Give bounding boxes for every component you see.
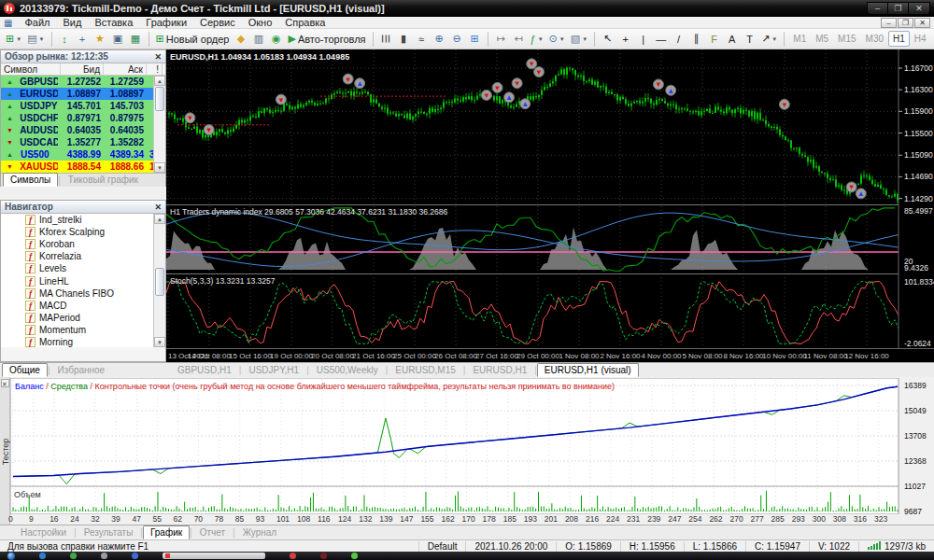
- timeframe-H4[interactable]: H4: [910, 31, 931, 47]
- navigator-item[interactable]: ƒMACD: [1, 300, 165, 312]
- channel-icon[interactable]: ∥: [687, 30, 705, 48]
- windows-taskbar[interactable]: [0, 552, 934, 560]
- crosshair-icon[interactable]: +: [616, 30, 634, 48]
- navigator-item[interactable]: ƒKoroban: [1, 238, 165, 250]
- chart-canvas[interactable]: ▼▼▼▼▲▼▼▲▼▲▼▼▼▲▼▼▲1.167001.163001.159001.…: [166, 49, 934, 362]
- metaeditor-icon[interactable]: ▥: [249, 30, 267, 48]
- chart-tab-1[interactable]: GBPUSD,H1: [170, 363, 239, 377]
- text-label-icon[interactable]: T: [741, 30, 758, 48]
- child-window-icon[interactable]: ▦: [4, 18, 12, 28]
- menu-Графики[interactable]: Графики: [139, 17, 193, 28]
- vertical-line-icon[interactable]: |: [634, 30, 652, 48]
- taskbar-app-green[interactable]: [70, 553, 77, 559]
- market-watch-row-USDCAD[interactable]: ▼USDCAD1.352771.352825: [1, 136, 165, 148]
- navigator-item[interactable]: ƒMorning: [1, 336, 165, 347]
- tester-tab-3[interactable]: График: [143, 525, 190, 539]
- navigator-item[interactable]: ƒMomentum: [1, 324, 165, 336]
- mw-tab-1[interactable]: Символы: [3, 173, 58, 187]
- bar-chart-icon[interactable]: ☰: [377, 30, 395, 48]
- navigator-tab-2[interactable]: Избранное: [50, 363, 113, 377]
- indicators-icon[interactable]: ƒ▼: [528, 30, 546, 48]
- taskbar-active-window[interactable]: [163, 553, 265, 559]
- mw-column-![interactable]: !: [147, 63, 163, 75]
- minimize-button[interactable]: –: [868, 3, 888, 14]
- menu-Сервис[interactable]: Сервис: [193, 17, 242, 28]
- navigator-item[interactable]: ƒInd_strelki: [1, 214, 165, 226]
- auto-trading-button[interactable]: ▶Авто-торговля: [285, 30, 368, 48]
- chart-tab-5[interactable]: EURUSD,H1: [465, 363, 534, 377]
- new-order-button[interactable]: ⊞Новый ордер: [153, 30, 233, 48]
- taskbar-app-blue[interactable]: [132, 553, 138, 559]
- market-watch-close-icon[interactable]: ✕: [154, 52, 162, 62]
- profiles-icon[interactable]: ▤▼: [24, 30, 47, 48]
- chart-shift-icon[interactable]: ↤: [510, 30, 528, 48]
- navigator-scrollbar[interactable]: ▲ ▼: [153, 214, 165, 347]
- navigator-tab-1[interactable]: Общие: [2, 363, 48, 377]
- terminal-icon[interactable]: ▣: [109, 30, 127, 48]
- menu-Вид[interactable]: Вид: [57, 17, 89, 28]
- status-profile[interactable]: Default: [418, 541, 466, 552]
- navigator-item[interactable]: ƒKforex Scalping: [1, 226, 165, 238]
- tile-windows-icon[interactable]: ⊞: [466, 30, 484, 48]
- auto-scroll-icon[interactable]: ↦: [492, 30, 510, 48]
- menu-Окно[interactable]: Окно: [242, 17, 279, 28]
- mw-column-Бид[interactable]: Бид: [61, 63, 104, 75]
- navigator-icon[interactable]: ★: [92, 30, 109, 48]
- timeframe-M15[interactable]: M15: [833, 31, 860, 47]
- navigator-item[interactable]: ƒKorrelazia: [1, 250, 165, 262]
- chart-tab-3[interactable]: US500,Weekly: [309, 363, 386, 377]
- taskbar-app-gray[interactable]: [101, 553, 107, 559]
- line-chart-icon[interactable]: ≈: [413, 30, 431, 48]
- window-controls[interactable]: – ❐ ✕: [867, 2, 930, 15]
- close-button[interactable]: ✕: [909, 3, 929, 14]
- mw-tab-2[interactable]: Тиковый график: [61, 173, 146, 187]
- timeframe-M5[interactable]: M5: [811, 31, 833, 47]
- horizontal-line-icon[interactable]: —: [652, 30, 670, 48]
- tester-tab-5[interactable]: Журнал: [235, 525, 285, 539]
- menu-Вставка[interactable]: Вставка: [88, 17, 139, 28]
- navigator-item[interactable]: ƒLineHL: [1, 274, 165, 287]
- menu-Файл[interactable]: Файл: [18, 17, 56, 28]
- navigator-close-icon[interactable]: ✕: [154, 203, 162, 212]
- templates-icon[interactable]: ▧▼: [568, 30, 590, 48]
- text-icon[interactable]: A: [723, 30, 741, 48]
- timeframe-M1[interactable]: M1: [788, 31, 811, 47]
- data-window-icon[interactable]: +: [74, 30, 92, 48]
- arrows-icon[interactable]: ↗▼: [758, 30, 780, 48]
- chart-tab-2[interactable]: USDJPY,H1: [241, 363, 306, 377]
- menu-Справка[interactable]: Справка: [278, 17, 332, 28]
- tester-tab-1[interactable]: Настройки: [13, 525, 74, 539]
- mw-column-Символ[interactable]: Символ: [1, 63, 61, 75]
- navigator-item[interactable]: ƒMA Chanels FIBO: [1, 287, 165, 300]
- child-close-button[interactable]: ✕: [914, 18, 930, 28]
- fibonacci-icon[interactable]: F: [705, 30, 723, 48]
- trendline-icon[interactable]: /: [670, 30, 687, 48]
- navigator-item[interactable]: ƒLevels: [1, 262, 165, 274]
- chart-tab-6[interactable]: EURUSD,H1 (visual): [537, 363, 639, 377]
- taskbar-start-orb[interactable]: [7, 553, 15, 560]
- market-watch-row-EURUSD[interactable]: ▲EURUSD1.088971.088970: [1, 88, 165, 100]
- cursor-icon[interactable]: ↖: [599, 30, 616, 48]
- deposit-icon[interactable]: ◆: [232, 30, 249, 48]
- mw-column-Аск[interactable]: Аск: [104, 63, 147, 75]
- market-watch-row-USDCHF[interactable]: ▲USDCHF0.879710.879754: [1, 112, 165, 124]
- strategy-tester-icon[interactable]: ▦: [127, 30, 145, 48]
- tester-close-icon[interactable]: ✕: [1, 379, 9, 387]
- taskbar-app-maroon[interactable]: [320, 553, 327, 559]
- tester-tab-2[interactable]: Результаты: [77, 525, 141, 539]
- market-watch-row-US500[interactable]: ▲US5004388.994389.3435: [1, 148, 165, 161]
- zoom-in-icon[interactable]: ⊕: [431, 30, 448, 48]
- maximize-button[interactable]: ❐: [888, 3, 909, 14]
- zoom-out-icon[interactable]: ⊖: [448, 30, 466, 48]
- child-minimize-button[interactable]: –: [881, 18, 897, 28]
- market-watch-row-XAUUSD[interactable]: ▼XAUUSD1888.541888.6612: [1, 161, 165, 173]
- market-watch-scrollbar[interactable]: ▲ ▼: [153, 76, 165, 173]
- timeframe-M30[interactable]: M30: [861, 31, 888, 47]
- periods-icon[interactable]: ⊙▼: [546, 30, 568, 48]
- market-watch-columns[interactable]: СимволБидАск!: [1, 63, 165, 76]
- chart-tab-4[interactable]: EURUSD,M15: [388, 363, 462, 377]
- taskbar-app-red[interactable]: [290, 553, 296, 559]
- tester-graph[interactable]: Баланс / Средства / Контрольные точки (о…: [10, 378, 934, 514]
- market-watch-row-USDJPY[interactable]: ▲USDJPY145.701145.7032: [1, 100, 165, 112]
- market-watch-icon[interactable]: ↕: [56, 30, 74, 48]
